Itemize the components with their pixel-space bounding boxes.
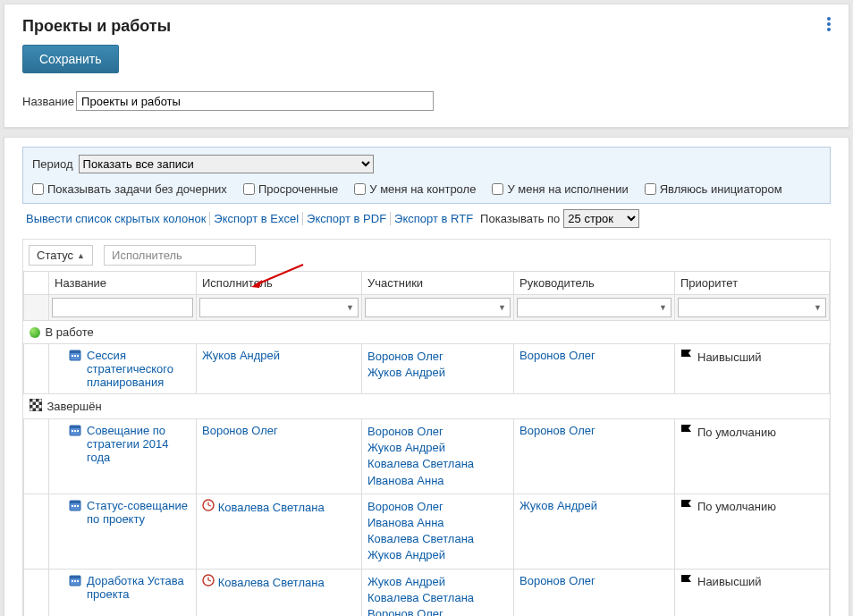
chk-initiator[interactable]: Являюсь инициатором bbox=[645, 182, 782, 196]
sort-asc-icon: ▲ bbox=[77, 251, 85, 260]
status-in-progress-icon bbox=[30, 327, 40, 338]
participant-link[interactable]: Ковалева Светлана bbox=[367, 457, 474, 470]
expand-button[interactable] bbox=[24, 494, 49, 569]
priority-label: Наивысший bbox=[697, 575, 762, 588]
expand-button[interactable] bbox=[24, 344, 49, 394]
leader-link[interactable]: Воронов Олег bbox=[519, 424, 595, 437]
table-row: Сессия стратегического планированияЖуков… bbox=[24, 344, 830, 394]
group-bar: Статус ▲ Исполнитель bbox=[23, 240, 830, 271]
leader-link[interactable]: Воронов Олег bbox=[519, 574, 595, 587]
period-label: Период bbox=[32, 157, 73, 171]
header-row: Название Исполнитель Участники Руководит… bbox=[24, 272, 830, 295]
chk-my-control[interactable]: У меня на контроле bbox=[354, 182, 476, 196]
link-hidden-cols[interactable]: Вывести список скрытых колонок bbox=[22, 212, 210, 226]
col-name[interactable]: Название bbox=[49, 272, 197, 295]
executor-link[interactable]: Воронов Олег bbox=[202, 424, 278, 437]
link-export-rtf[interactable]: Экспорт в RTF bbox=[391, 212, 477, 226]
leader-link[interactable]: Воронов Олег bbox=[519, 349, 595, 362]
flag-icon bbox=[680, 499, 692, 515]
show-by-label: Показывать по bbox=[480, 212, 560, 225]
task-link[interactable]: Совещание по стратегии 2014 года bbox=[87, 424, 190, 464]
col-participants[interactable]: Участники bbox=[362, 272, 514, 295]
task-link[interactable]: Статус-совещание по проекту bbox=[87, 499, 190, 526]
filter-row: ▼ ▼ ▼ ▼ bbox=[24, 295, 830, 321]
priority-label: Наивысший bbox=[697, 350, 762, 364]
participant-link[interactable]: Воронов Олег bbox=[367, 500, 443, 513]
priority-label: По умолчанию bbox=[697, 426, 776, 439]
participant-link[interactable]: Ковалева Светлана bbox=[367, 532, 474, 545]
link-export-excel[interactable]: Экспорт в Excel bbox=[210, 212, 303, 226]
filter-priority[interactable]: ▼ bbox=[678, 298, 826, 317]
panel-settings: Проекты и работы Сохранить Название bbox=[4, 4, 849, 128]
flag-icon bbox=[680, 574, 692, 590]
filter-participants[interactable]: ▼ bbox=[365, 298, 511, 317]
participant-link[interactable]: Иванова Анна bbox=[367, 516, 444, 529]
group-row[interactable]: Завершён bbox=[24, 394, 830, 419]
name-input[interactable] bbox=[76, 91, 434, 111]
flag-icon bbox=[680, 424, 692, 440]
data-table: Название Исполнитель Участники Руководит… bbox=[23, 271, 830, 616]
grid: Статус ▲ Исполнитель Название Исполнител… bbox=[22, 239, 831, 616]
menu-icon[interactable] bbox=[827, 17, 831, 31]
calendar-icon bbox=[69, 499, 81, 514]
link-export-pdf[interactable]: Экспорт в PDF bbox=[303, 212, 391, 226]
status-finished-icon bbox=[30, 399, 42, 414]
pagesize-select[interactable]: 25 строк bbox=[563, 209, 639, 228]
participant-link[interactable]: Жуков Андрей bbox=[367, 548, 445, 561]
executor-link[interactable]: Ковалева Светлана bbox=[218, 501, 325, 514]
task-link[interactable]: Сессия стратегического планирования bbox=[87, 349, 190, 389]
participant-link[interactable]: Воронов Олег bbox=[367, 607, 443, 616]
save-button[interactable]: Сохранить bbox=[22, 45, 119, 73]
chk-overdue[interactable]: Просроченные bbox=[243, 182, 338, 196]
task-link[interactable]: Доработка Устава проекта bbox=[87, 574, 190, 601]
name-label: Название bbox=[22, 95, 74, 108]
calendar-icon bbox=[69, 574, 81, 589]
expand-button[interactable] bbox=[24, 569, 49, 616]
grid-toolbar: Вывести список скрытых колонок Экспорт в… bbox=[22, 209, 831, 228]
executor-link[interactable]: Жуков Андрей bbox=[202, 349, 280, 362]
participant-link[interactable]: Иванова Анна bbox=[367, 474, 444, 487]
participant-link[interactable]: Ковалева Светлана bbox=[367, 591, 474, 604]
expand-button[interactable] bbox=[24, 419, 49, 494]
clock-icon bbox=[202, 576, 215, 589]
group-status-label: В работе bbox=[46, 325, 94, 339]
table-row: Совещание по стратегии 2014 годаВоронов … bbox=[24, 419, 830, 494]
period-select[interactable]: Показать все записи bbox=[79, 155, 374, 173]
col-leader[interactable]: Руководитель bbox=[514, 272, 675, 295]
col-expand[interactable] bbox=[24, 272, 49, 295]
table-row: Статус-совещание по проекту Ковалева Све… bbox=[24, 494, 830, 569]
clock-icon bbox=[202, 501, 215, 514]
filter-box: Период Показать все записи Показывать за… bbox=[22, 147, 831, 204]
participant-link[interactable]: Жуков Андрей bbox=[367, 575, 445, 588]
calendar-icon bbox=[69, 424, 81, 439]
table-row: Доработка Устава проекта Ковалева Светла… bbox=[24, 569, 830, 616]
filter-executor[interactable]: ▼ bbox=[199, 298, 359, 317]
calendar-icon bbox=[69, 349, 81, 364]
col-priority[interactable]: Приоритет bbox=[675, 272, 830, 295]
chk-no-children[interactable]: Показывать задачи без дочерних bbox=[32, 182, 227, 196]
group-status-label: Завершён bbox=[47, 400, 102, 413]
filter-leader[interactable]: ▼ bbox=[517, 298, 671, 317]
filter-name[interactable] bbox=[52, 298, 193, 317]
chk-my-exec[interactable]: У меня на исполнении bbox=[492, 182, 628, 196]
participant-link[interactable]: Воронов Олег bbox=[367, 425, 443, 438]
col-executor[interactable]: Исполнитель bbox=[197, 272, 362, 295]
panel-grid: Период Показать все записи Показывать за… bbox=[4, 137, 849, 616]
leader-link[interactable]: Жуков Андрей bbox=[519, 499, 597, 512]
page-title: Проекты и работы bbox=[22, 17, 171, 36]
executor-link[interactable]: Ковалева Светлана bbox=[218, 576, 325, 589]
flag-icon bbox=[680, 349, 692, 365]
participant-link[interactable]: Воронов Олег bbox=[367, 350, 443, 363]
participant-link[interactable]: Жуков Андрей bbox=[367, 441, 445, 454]
participant-link[interactable]: Жуков Андрей bbox=[367, 366, 445, 379]
priority-label: По умолчанию bbox=[697, 500, 776, 513]
group-row[interactable]: В работе bbox=[24, 321, 830, 344]
group-chip-status[interactable]: Статус ▲ bbox=[29, 245, 93, 266]
group-chip-executor[interactable]: Исполнитель bbox=[104, 245, 256, 266]
